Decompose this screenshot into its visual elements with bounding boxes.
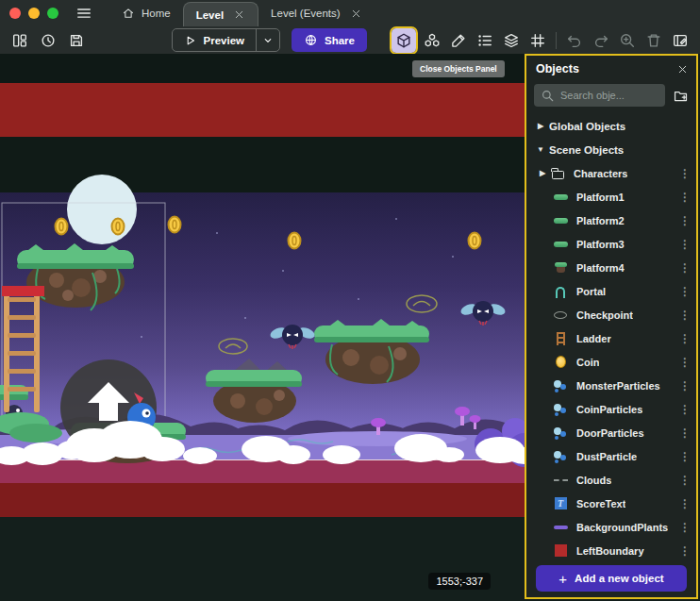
group-label: Scene Objects (549, 144, 624, 156)
group-global-objects[interactable]: ▶Global Objects (526, 114, 696, 138)
home-icon (122, 7, 135, 20)
kebab-menu-icon[interactable]: ⋮ (679, 544, 696, 558)
object-row-coin[interactable]: Coin⋮ (526, 350, 696, 374)
kebab-menu-icon[interactable]: ⋮ (679, 497, 696, 510)
titlebar: HomeLevelLevel (Events) (0, 0, 700, 26)
object-row-platform4[interactable]: Platform4⋮ (526, 256, 696, 279)
kebab-menu-icon[interactable]: ⋮ (679, 521, 696, 534)
object-row-doorparticles[interactable]: DoorParticles⋮ (526, 421, 696, 444)
tab-label: Level (Events) (271, 8, 341, 19)
group-scene-objects[interactable]: ▼Scene Objects (526, 138, 696, 161)
scene-artwork (0, 54, 526, 601)
instances-list-icon[interactable] (473, 28, 497, 53)
chevron-right-icon[interactable]: ▶ (536, 169, 549, 177)
object-label: Portal (576, 286, 606, 297)
close-tab-icon[interactable] (350, 8, 362, 20)
left-boundary-instance[interactable] (2, 286, 44, 296)
object-label: Platform4 (576, 262, 625, 274)
object-row-characters[interactable]: ▶Characters⋮ (526, 161, 696, 185)
object-search-input[interactable] (560, 90, 658, 101)
kebab-menu-icon[interactable]: ⋮ (679, 285, 696, 298)
chevron-right-icon[interactable]: ▶ (534, 122, 547, 130)
layers-icon[interactable] (499, 28, 524, 53)
kebab-menu-icon[interactable]: ⋮ (679, 474, 696, 487)
save-icon[interactable] (64, 28, 89, 53)
close-window-button[interactable] (9, 8, 21, 19)
chevron-down-icon[interactable]: ▼ (534, 145, 547, 154)
share-label: Share (325, 35, 355, 46)
close-panel-icon[interactable] (676, 63, 689, 75)
kebab-menu-icon[interactable]: ⋮ (679, 238, 696, 251)
project-manager-icon[interactable] (8, 28, 32, 53)
redo-icon[interactable] (589, 28, 613, 53)
monster-instance[interactable] (269, 325, 316, 349)
object-groups-icon[interactable] (420, 28, 444, 53)
objects-panel-icon[interactable] (392, 28, 416, 53)
object-search-box[interactable] (534, 84, 665, 107)
platform-instance[interactable] (206, 359, 302, 423)
object-row-coinparticles[interactable]: CoinParticles⋮ (526, 397, 696, 421)
object-row-monsterparticles[interactable]: MonsterParticles⋮ (526, 374, 696, 397)
zoom-in-icon[interactable] (615, 28, 640, 53)
object-row-platform1[interactable]: Platform1⋮ (526, 185, 696, 209)
add-new-object-button[interactable]: + Add a new object (536, 565, 687, 592)
preview-button[interactable]: Preview (173, 29, 256, 51)
kebab-menu-icon[interactable]: ⋮ (679, 426, 696, 440)
object-row-platform2[interactable]: Platform2⋮ (526, 209, 696, 232)
kebab-menu-icon[interactable]: ⋮ (679, 214, 696, 227)
particles-icon (552, 402, 569, 417)
kebab-menu-icon[interactable]: ⋮ (679, 379, 696, 392)
preview-options-button[interactable] (256, 29, 279, 51)
trash-icon[interactable] (642, 28, 666, 53)
history-icon[interactable] (36, 28, 60, 53)
highlight-box (390, 26, 418, 55)
object-row-scoretext[interactable]: ScoreText⋮ (526, 492, 696, 515)
hamburger-menu-icon[interactable] (72, 1, 96, 25)
coin-icon (552, 355, 569, 370)
close-tab-icon[interactable] (233, 8, 245, 21)
kebab-menu-icon[interactable]: ⋮ (679, 309, 696, 322)
preview-label: Preview (204, 35, 244, 46)
platform-instance[interactable] (314, 319, 429, 384)
platform-icon (552, 190, 569, 205)
object-label: Clouds (576, 475, 611, 486)
tab-home[interactable]: Home (109, 0, 183, 26)
maximize-window-button[interactable] (47, 8, 58, 19)
gdevelop-window: HomeLevelLevel (Events) Preview Share (0, 0, 700, 601)
kebab-menu-icon[interactable]: ⋮ (679, 167, 696, 180)
object-label: LeftBoundary (576, 545, 644, 557)
scene-editor-canvas[interactable]: Close Objects Panel 1553;-337 (0, 54, 526, 601)
scene-properties-icon[interactable] (668, 28, 692, 53)
grid-icon[interactable] (525, 28, 550, 53)
magnifier-icon (541, 89, 555, 103)
edit-icon[interactable] (446, 28, 471, 53)
objects-panel-title: Objects (536, 62, 676, 75)
monster-instance[interactable] (459, 301, 507, 326)
moon-instance[interactable] (67, 175, 137, 244)
text-icon (552, 496, 569, 511)
particles-icon (552, 426, 569, 441)
kebab-menu-icon[interactable]: ⋮ (679, 403, 696, 416)
undo-icon[interactable] (562, 28, 587, 53)
object-row-backgroundplants[interactable]: BackgroundPlants⋮ (526, 515, 696, 539)
tab-level[interactable]: Level (183, 2, 258, 26)
kebab-menu-icon[interactable]: ⋮ (679, 356, 696, 369)
object-row-dustparticle[interactable]: DustParticle⋮ (526, 444, 696, 468)
kebab-menu-icon[interactable]: ⋮ (679, 191, 696, 204)
kebab-menu-icon[interactable]: ⋮ (679, 261, 696, 275)
add-folder-icon[interactable] (673, 88, 689, 104)
toolbar-right-icons (390, 26, 692, 55)
kebab-menu-icon[interactable]: ⋮ (679, 332, 696, 345)
tab-level-events[interactable]: Level (Events) (258, 0, 375, 26)
object-row-clouds[interactable]: Clouds⋮ (526, 468, 696, 492)
kebab-menu-icon[interactable]: ⋮ (679, 450, 696, 463)
object-row-portal[interactable]: Portal⋮ (526, 279, 696, 303)
minimize-window-button[interactable] (28, 8, 40, 19)
coin-instances[interactable] (56, 217, 481, 249)
object-row-checkpoint[interactable]: Checkpoint⋮ (526, 303, 696, 326)
object-row-platform3[interactable]: Platform3⋮ (526, 232, 696, 256)
share-button[interactable]: Share (292, 28, 367, 52)
object-row-leftboundary[interactable]: LeftBoundary⋮ (526, 539, 696, 558)
tab-label: Level (196, 9, 224, 21)
object-row-ladder[interactable]: Ladder⋮ (526, 326, 696, 350)
